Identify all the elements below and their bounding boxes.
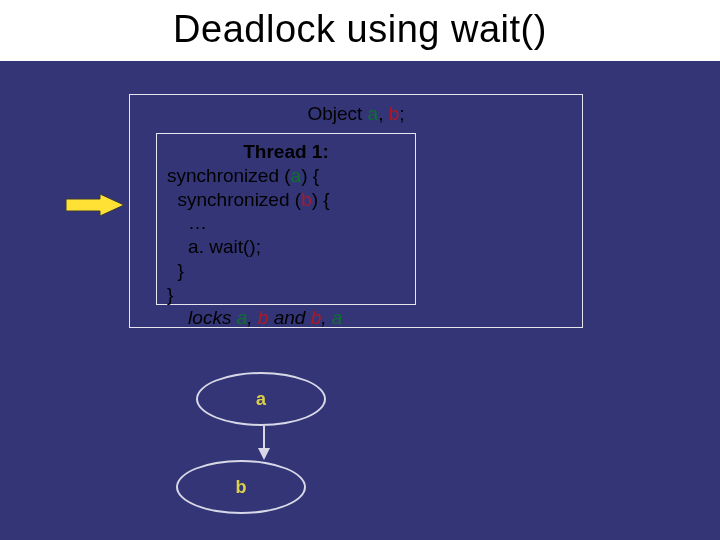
locks-text: , [321, 307, 332, 328]
code-text: synchronized ( [167, 189, 301, 210]
code-line-3: … [167, 211, 405, 235]
locks-text: , [247, 307, 258, 328]
code-text: ) { [301, 165, 319, 186]
object-declaration: Object a, b; [130, 103, 582, 125]
slide-title: Deadlock using wait() [0, 0, 720, 61]
thread-1-panel: Thread 1: synchronized (a) { synchronize… [156, 133, 416, 305]
object-decl-prefix: Object [307, 103, 362, 124]
locks-a2: a [332, 307, 343, 328]
code-a: a [291, 165, 302, 186]
object-decl-comma: , [378, 103, 383, 124]
pointer-arrow-icon [66, 194, 124, 216]
object-b-label: b [389, 103, 400, 124]
code-line-6: } [167, 283, 405, 307]
object-a-label: a [368, 103, 379, 124]
code-text: ) { [312, 189, 330, 210]
locks-a1: a [237, 307, 248, 328]
node-a: a [196, 372, 326, 426]
locks-text: and [268, 307, 310, 328]
thread-1-title: Thread 1: [167, 140, 405, 164]
locks-text: locks [167, 307, 237, 328]
node-b-label: b [236, 477, 247, 498]
code-line-5: } [167, 259, 405, 283]
svg-marker-2 [258, 448, 270, 460]
object-decl-semicolon: ; [399, 103, 404, 124]
code-b: b [301, 189, 312, 210]
locks-b2: b [311, 307, 322, 328]
code-line-2: synchronized (b) { [167, 188, 405, 212]
node-a-label: a [256, 389, 266, 410]
code-text: synchronized ( [167, 165, 291, 186]
node-b: b [176, 460, 306, 514]
shared-objects-panel: Object a, b; Thread 1: synchronized (a) … [129, 94, 583, 328]
code-line-1: synchronized (a) { [167, 164, 405, 188]
code-line-4: a. wait(); [167, 235, 405, 259]
svg-marker-0 [66, 194, 124, 216]
edge-a-to-b-icon [256, 426, 272, 460]
locks-summary: locks a, b and b, a [167, 306, 405, 330]
locks-b1: b [258, 307, 269, 328]
